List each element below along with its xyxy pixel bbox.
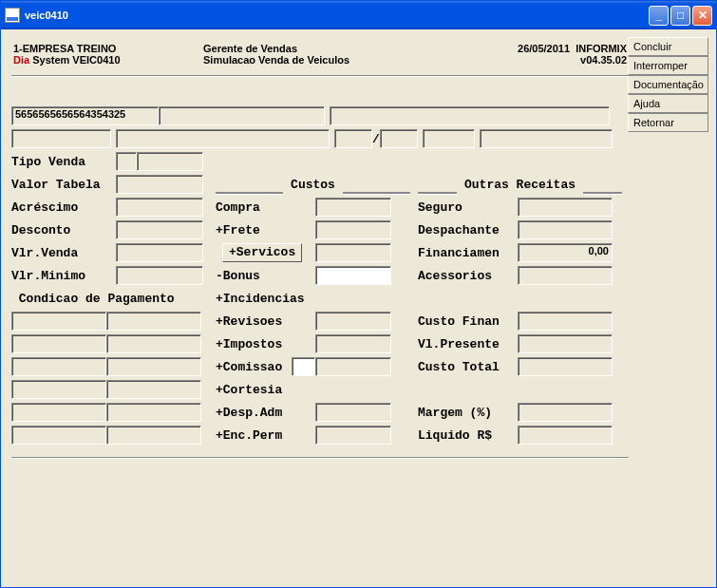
- comissao-input[interactable]: [315, 357, 391, 376]
- app-icon: [5, 8, 20, 23]
- header: 1-EMPRESA TREINO Gerente de Vendas 26/05…: [11, 37, 629, 71]
- comissao-label: +Comissao: [216, 360, 292, 374]
- desconto-input[interactable]: [116, 220, 203, 239]
- valor-tabela-label: Valor Tabela: [11, 178, 116, 192]
- desc-input-2[interactable]: [330, 106, 610, 125]
- enc-perm-input[interactable]: [315, 426, 391, 445]
- despachante-input[interactable]: [518, 220, 613, 239]
- close-button[interactable]: ✕: [692, 6, 712, 26]
- acessorios-label: Acessorios: [418, 269, 518, 283]
- maximize-button[interactable]: □: [670, 6, 690, 26]
- cond-c1-r1[interactable]: [11, 312, 106, 331]
- custo-finan-input[interactable]: [518, 312, 613, 331]
- cond-c2-r6[interactable]: [106, 426, 201, 445]
- seguro-label: Seguro: [418, 200, 518, 215]
- bonus-label: -Bonus: [216, 269, 315, 283]
- margem-label: Margem (%): [418, 406, 518, 420]
- vl-presente-label: Vl.Presente: [418, 337, 518, 351]
- vlr-minimo-input[interactable]: [116, 266, 203, 285]
- cortesia-label: +Cortesia: [216, 383, 315, 397]
- dia-label: Dia: [13, 54, 29, 66]
- cond-c2-r3[interactable]: [106, 357, 201, 376]
- vl-presente-input[interactable]: [518, 334, 613, 353]
- cond-c2-r5[interactable]: [106, 403, 201, 422]
- desconto-label: Desconto: [11, 223, 116, 237]
- interromper-button[interactable]: Interromper: [628, 56, 708, 75]
- vlr-venda-input[interactable]: [116, 243, 203, 262]
- valor-tabela-input[interactable]: [116, 175, 203, 194]
- divider-bottom: [11, 457, 629, 459]
- custo-finan-label: Custo Finan: [418, 314, 518, 329]
- margem-input[interactable]: [518, 403, 613, 422]
- frete-input[interactable]: [315, 220, 391, 239]
- cond-c2-r2[interactable]: [106, 334, 201, 353]
- incidencias-label: +Incidencias: [216, 292, 315, 306]
- compra-input[interactable]: [315, 198, 391, 217]
- acrescimo-label: Acréscimo: [11, 200, 116, 215]
- servicos-button[interactable]: +Servicos: [222, 243, 302, 262]
- tipo-venda-label: Tipo Venda: [11, 155, 116, 169]
- acrescimo-input[interactable]: [116, 198, 203, 217]
- vlr-minimo-label: Vlr.Minimo: [11, 269, 116, 283]
- impostos-input[interactable]: [315, 334, 391, 353]
- field-a3[interactable]: [334, 129, 372, 148]
- revisoes-label: +Revisoes: [216, 314, 315, 329]
- cond-c2-r1[interactable]: [106, 312, 201, 331]
- cond-c2-r4[interactable]: [106, 380, 201, 399]
- cond-c1-r5[interactable]: [11, 403, 106, 422]
- titlebar: veic0410 _ □ ✕: [1, 1, 716, 29]
- screen-title: Simulacao Venda de Veiculos: [203, 54, 450, 66]
- desc-input-1[interactable]: [159, 106, 325, 125]
- enc-perm-label: +Enc.Perm: [216, 428, 315, 443]
- cond-c1-r2[interactable]: [11, 334, 106, 353]
- slash-label: /: [372, 132, 380, 146]
- field-a6[interactable]: [480, 129, 613, 148]
- desp-adm-input[interactable]: [315, 403, 391, 422]
- company-label: 1-EMPRESA TREINO: [13, 43, 203, 54]
- desp-adm-label: +Desp.Adm: [216, 406, 315, 420]
- custos-title: Custos: [283, 178, 342, 192]
- code-input[interactable]: 5656565656564354325: [11, 106, 159, 125]
- ajuda-button[interactable]: Ajuda: [628, 94, 708, 113]
- window-title: veic0410: [25, 9, 68, 21]
- db-label: INFORMIX: [575, 43, 627, 54]
- condicao-pagamento-label: Condicao de Pagamento: [11, 292, 175, 306]
- liquido-input[interactable]: [518, 426, 613, 445]
- tipo-venda-desc[interactable]: [137, 152, 203, 171]
- comissao-pct[interactable]: [292, 357, 315, 376]
- servicos-input[interactable]: [315, 243, 391, 262]
- bonus-input[interactable]: [315, 266, 391, 285]
- concluir-button[interactable]: Concluir: [628, 37, 708, 56]
- despachante-label: Despachante: [418, 223, 518, 237]
- minimize-button[interactable]: _: [649, 6, 669, 26]
- compra-label: Compra: [216, 200, 315, 215]
- tipo-venda-input[interactable]: [116, 152, 137, 171]
- system-label: System VEIC0410: [29, 54, 120, 66]
- acessorios-input[interactable]: [518, 266, 613, 285]
- version-label: v04.35.02: [450, 54, 627, 66]
- impostos-label: +Impostos: [216, 337, 315, 351]
- vlr-venda-label: Vlr.Venda: [11, 246, 116, 260]
- financiamen-label: Financiamen: [418, 246, 518, 260]
- date-label: 26/05/2011: [518, 43, 570, 54]
- revisoes-input[interactable]: [315, 312, 391, 331]
- field-a1[interactable]: [11, 129, 111, 148]
- app-window: veic0410 _ □ ✕ Concluir Interromper Docu…: [0, 0, 717, 588]
- cond-c1-r6[interactable]: [11, 426, 106, 445]
- seguro-input[interactable]: [518, 198, 613, 217]
- liquido-label: Liquido R$: [418, 428, 518, 443]
- role-label: Gerente de Vendas: [203, 43, 450, 54]
- field-a2[interactable]: [116, 129, 330, 148]
- custo-total-label: Custo Total: [418, 360, 518, 374]
- field-a5[interactable]: [423, 129, 475, 148]
- cond-c1-r4[interactable]: [11, 380, 106, 399]
- cond-c1-r3[interactable]: [11, 357, 106, 376]
- custo-total-input[interactable]: [518, 357, 613, 376]
- action-sidebar: Concluir Interromper Documentação Ajuda …: [628, 37, 708, 132]
- documentacao-button[interactable]: Documentação: [628, 75, 708, 94]
- divider: [11, 75, 629, 77]
- financiamen-input[interactable]: 0,00: [518, 243, 613, 262]
- field-a4[interactable]: [380, 129, 418, 148]
- outras-receitas-title: Outras Receitas: [457, 178, 583, 192]
- retornar-button[interactable]: Retornar: [628, 113, 708, 132]
